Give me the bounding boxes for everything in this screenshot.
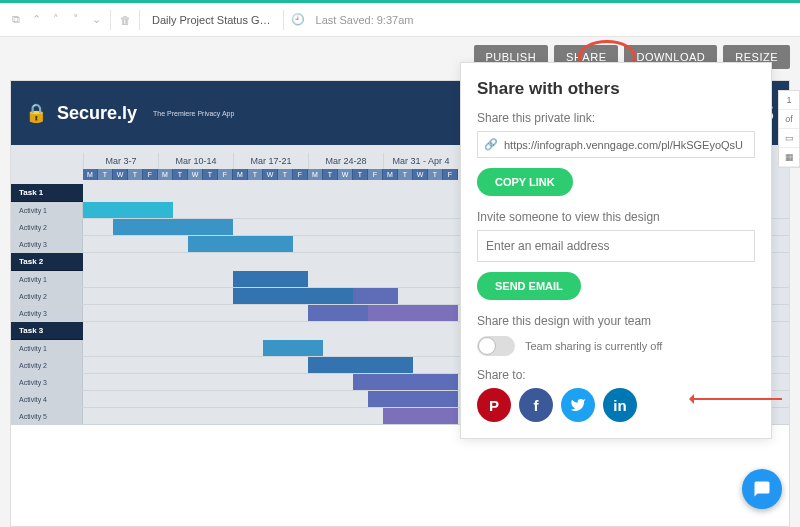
day-header: T bbox=[323, 169, 338, 180]
row-label: Activity 2 bbox=[11, 219, 83, 235]
document-title[interactable]: Daily Project Status G… bbox=[144, 14, 279, 26]
row-label: Activity 4 bbox=[11, 391, 83, 407]
day-header: W bbox=[338, 169, 353, 180]
lock-icon: 🔒 bbox=[25, 102, 47, 124]
row-label: Activity 1 bbox=[11, 340, 83, 356]
brand-tagline: The Premiere Privacy App bbox=[153, 110, 234, 117]
chat-fab[interactable] bbox=[742, 469, 782, 509]
day-header: T bbox=[428, 169, 443, 180]
date-header: Mar 10-14 bbox=[158, 153, 233, 169]
last-saved-label: Last Saved: 9:37am bbox=[316, 14, 414, 26]
share-to-label: Share to: bbox=[477, 368, 755, 382]
day-header: W bbox=[113, 169, 128, 180]
day-header: F bbox=[143, 169, 158, 180]
gantt-bar[interactable] bbox=[233, 271, 308, 287]
day-header: M bbox=[158, 169, 173, 180]
day-header: T bbox=[353, 169, 368, 180]
gantt-bar[interactable] bbox=[353, 288, 398, 304]
day-header: W bbox=[263, 169, 278, 180]
day-header: W bbox=[413, 169, 428, 180]
chevron-down-icon[interactable]: ˅ bbox=[66, 10, 86, 30]
row-label: Activity 2 bbox=[11, 357, 83, 373]
share-heading: Share with others bbox=[477, 79, 755, 99]
copy-link-button[interactable]: COPY LINK bbox=[477, 168, 573, 196]
day-header: F bbox=[368, 169, 383, 180]
date-header: Mar 31 - Apr 4 bbox=[383, 153, 458, 169]
chevrons-down-icon[interactable]: ⌄ bbox=[86, 10, 106, 30]
gantt-bar[interactable] bbox=[308, 305, 368, 321]
row-label: Activity 3 bbox=[11, 236, 83, 252]
day-header: T bbox=[248, 169, 263, 180]
gantt-bar[interactable] bbox=[188, 236, 293, 252]
gantt-bar[interactable] bbox=[353, 374, 458, 390]
annotation-arrow bbox=[692, 398, 782, 400]
day-header: T bbox=[173, 169, 188, 180]
linkedin-icon[interactable]: in bbox=[603, 388, 637, 422]
task-header: Task 2 bbox=[11, 253, 83, 271]
brand-name: Secure.ly bbox=[57, 103, 137, 124]
top-toolbar: ⧉ ⌃ ˄ ˅ ⌄ 🗑 Daily Project Status G… 🕘 La… bbox=[0, 3, 800, 37]
day-header: M bbox=[308, 169, 323, 180]
share-link-label: Share this private link: bbox=[477, 111, 755, 125]
date-header: Mar 3-7 bbox=[83, 153, 158, 169]
day-header: T bbox=[203, 169, 218, 180]
twitter-icon[interactable] bbox=[561, 388, 595, 422]
link-icon: 🔗 bbox=[484, 138, 498, 151]
row-label: Activity 2 bbox=[11, 288, 83, 304]
gantt-bar[interactable] bbox=[263, 340, 323, 356]
day-header: T bbox=[128, 169, 143, 180]
gantt-bar[interactable] bbox=[83, 202, 173, 218]
share-panel: Share with others Share this private lin… bbox=[460, 62, 772, 439]
pages-icon[interactable]: ▭ bbox=[779, 129, 799, 148]
pinterest-icon[interactable]: P bbox=[477, 388, 511, 422]
day-header: F bbox=[218, 169, 233, 180]
row-label: Activity 5 bbox=[11, 408, 83, 424]
day-header: M bbox=[83, 169, 98, 180]
row-label: Activity 1 bbox=[11, 271, 83, 287]
facebook-icon[interactable]: f bbox=[519, 388, 553, 422]
gantt-bar[interactable] bbox=[308, 357, 413, 373]
task-header: Task 3 bbox=[11, 322, 83, 340]
invite-label: Invite someone to view this design bbox=[477, 210, 755, 224]
gantt-bar[interactable] bbox=[368, 305, 458, 321]
day-header: T bbox=[398, 169, 413, 180]
gantt-bar[interactable] bbox=[383, 408, 458, 424]
task-header: Task 1 bbox=[11, 184, 83, 202]
team-sharing-toggle[interactable] bbox=[477, 336, 515, 356]
team-share-label: Share this design with your team bbox=[477, 314, 755, 328]
row-label: Activity 1 bbox=[11, 202, 83, 218]
send-email-button[interactable]: SEND EMAIL bbox=[477, 272, 581, 300]
row-label: Activity 3 bbox=[11, 305, 83, 321]
page-number[interactable]: 1 bbox=[779, 91, 799, 110]
date-header: Mar 24-28 bbox=[308, 153, 383, 169]
gantt-bar[interactable] bbox=[233, 288, 353, 304]
gantt-bar[interactable] bbox=[113, 219, 233, 235]
row-label: Activity 3 bbox=[11, 374, 83, 390]
gantt-bar[interactable] bbox=[368, 391, 458, 407]
day-header: T bbox=[98, 169, 113, 180]
page-of-label: of bbox=[779, 110, 799, 129]
day-header: M bbox=[233, 169, 248, 180]
trash-icon[interactable]: 🗑 bbox=[115, 10, 135, 30]
date-header: Mar 17-21 bbox=[233, 153, 308, 169]
share-link-box[interactable]: 🔗 https://infograph.venngage.com/pl/HkSG… bbox=[477, 131, 755, 158]
copy-icon[interactable]: ⧉ bbox=[6, 10, 26, 30]
team-sharing-status: Team sharing is currently off bbox=[525, 340, 662, 352]
clock-icon: 🕘 bbox=[288, 10, 308, 30]
day-header: W bbox=[188, 169, 203, 180]
side-tools: 1 of ▭ ▦ bbox=[778, 90, 800, 168]
day-header: F bbox=[443, 169, 458, 180]
chevron-up-icon[interactable]: ˄ bbox=[46, 10, 66, 30]
share-link-value: https://infograph.venngage.com/pl/HkSGEy… bbox=[504, 139, 743, 151]
email-field[interactable] bbox=[477, 230, 755, 262]
grid-icon[interactable]: ▦ bbox=[779, 148, 799, 167]
chevrons-up-icon[interactable]: ⌃ bbox=[26, 10, 46, 30]
day-header: T bbox=[278, 169, 293, 180]
day-header: M bbox=[383, 169, 398, 180]
day-header: F bbox=[293, 169, 308, 180]
